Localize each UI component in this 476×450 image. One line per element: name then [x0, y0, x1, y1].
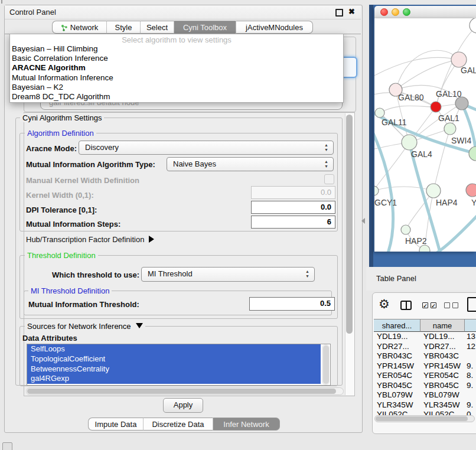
table-panel-title: Table Panel — [376, 267, 416, 291]
column-header[interactable] — [465, 319, 476, 332]
minimize-traffic-icon[interactable] — [392, 8, 399, 16]
network-node[interactable] — [444, 123, 456, 135]
table-cell[interactable]: YPR145W — [423, 361, 461, 371]
table-cell[interactable]: YER054C — [377, 371, 412, 381]
horizontal-scrollbar-thumb[interactable] — [27, 389, 336, 394]
mi-type-combo[interactable]: Naive Bayes ▲▼ — [167, 157, 334, 171]
tab-discretize-data[interactable]: Discretize Data — [143, 418, 213, 431]
close-traffic-icon[interactable] — [380, 8, 388, 16]
network-node[interactable] — [401, 225, 410, 234]
tab-infer-network[interactable]: Infer Network — [213, 418, 280, 431]
tab-jactivemnodules[interactable]: jActiveMNodules — [236, 21, 313, 34]
network-node[interactable] — [466, 184, 476, 197]
table-cell[interactable]: 8. — [467, 371, 473, 381]
attribute-list-item[interactable]: gal4RGexp — [27, 374, 321, 384]
table-hscrollbar-thumb[interactable] — [376, 416, 468, 421]
network-edge[interactable] — [374, 187, 433, 191]
network-edge[interactable] — [374, 110, 476, 154]
table-cell[interactable]: YLR345W — [423, 400, 460, 410]
aracne-mode-combo[interactable]: Discovery ▲▼ — [79, 141, 334, 155]
columns-icon[interactable] — [400, 301, 412, 310]
algorithm-option[interactable]: Bayesian – K2 — [12, 83, 341, 92]
document-icon[interactable] — [467, 297, 476, 312]
attribute-list-scrollbar-thumb[interactable] — [323, 345, 329, 384]
algorithm-option[interactable]: Dream8 DC_TDC Algorithm — [12, 92, 341, 102]
dpi-tolerance-field[interactable]: 0.0 — [251, 201, 335, 214]
tab-cyni-toolbox[interactable]: Cyni Toolbox — [174, 21, 236, 34]
table-cell[interactable]: 9. — [467, 400, 473, 410]
zoom-traffic-icon[interactable] — [403, 8, 410, 16]
select-all-checkbox-icon[interactable]: ✓ — [422, 302, 428, 308]
mi-threshold-field[interactable]: 0.5 — [249, 297, 335, 311]
close-icon[interactable]: ✖ — [348, 7, 355, 16]
attribute-list-item[interactable]: TopologicalCoefficient — [27, 354, 321, 364]
algorithm-option[interactable]: ARACNE Algorithm — [12, 63, 341, 73]
table-cell[interactable]: YBR045C — [423, 381, 459, 391]
algorithm-option[interactable]: Mutual Information Inference — [12, 73, 341, 83]
network-edge[interactable] — [433, 129, 450, 191]
table-cell[interactable]: YDR27... — [423, 342, 456, 352]
algorithm-dropdown-popup: Select algorithm to view settings Bayesi… — [9, 34, 344, 103]
network-node[interactable] — [374, 186, 379, 195]
attribute-list-item[interactable]: BetweennessCentrality — [27, 364, 321, 374]
minimized-panel-icon[interactable] — [2, 442, 12, 450]
mi-steps-field[interactable]: 6 — [251, 216, 335, 229]
float-window-icon[interactable] — [335, 9, 343, 17]
algorithm-option[interactable]: Bayesian – Hill Climbing — [12, 44, 341, 54]
table-cell[interactable]: YDL19... — [377, 332, 408, 342]
network-canvas[interactable]: GALGAL80GAL10GAL11GAL1SWI4GAL4GCY1HAP4YH… — [374, 18, 476, 252]
select-all-checkbox-icon[interactable]: ✓ — [431, 302, 436, 308]
kernel-width-field[interactable]: 0.0 — [251, 186, 335, 199]
tab-label: Style — [115, 23, 132, 32]
table-cell[interactable]: 9. — [467, 361, 473, 371]
network-node[interactable] — [402, 135, 417, 150]
tab-impute-data[interactable]: Impute Data — [88, 418, 143, 431]
which-threshold-combo[interactable]: MI Threshold ▲▼ — [141, 267, 315, 282]
algorithm-option[interactable]: Basic Correlation Inference — [12, 54, 341, 63]
network-window-titlebar[interactable] — [374, 6, 476, 19]
attribute-list-item[interactable]: SelfLoops — [27, 344, 321, 354]
table-cell[interactable]: YBL079W — [423, 390, 459, 400]
column-header[interactable]: shared... — [374, 319, 420, 332]
network-edge[interactable] — [462, 103, 476, 154]
network-node[interactable] — [431, 102, 441, 112]
network-view[interactable]: GALGAL80GAL10GAL11GAL1SWI4GAL4GCY1HAP4YH… — [374, 18, 476, 252]
network-node[interactable] — [419, 245, 430, 252]
table-cell[interactable]: YPR145W — [377, 361, 414, 371]
network-node-label: Y — [471, 198, 476, 207]
tab-style[interactable]: Style — [106, 21, 140, 34]
sources-legend[interactable]: Sources for Network Inference — [25, 322, 145, 331]
tab-label: Impute Data — [95, 420, 137, 429]
network-node[interactable] — [469, 146, 476, 161]
kernel-width-label: Kernel Width (0,1): — [26, 191, 94, 200]
network-node[interactable] — [455, 97, 468, 110]
table-cell[interactable]: YER054C — [423, 371, 459, 381]
splitter-grip-icon[interactable] — [361, 218, 365, 224]
network-node[interactable] — [470, 18, 476, 33]
table-cell[interactable]: YBR043C — [377, 351, 412, 361]
vertical-scrollbar-thumb[interactable] — [346, 115, 353, 334]
table-cell[interactable]: YLR345W — [377, 400, 413, 410]
table-cell[interactable]: 12 — [467, 342, 475, 352]
apply-button[interactable]: Apply — [163, 398, 203, 413]
network-node[interactable] — [426, 184, 441, 198]
hub-definition-toggle[interactable]: Hub/Transcription Factor Definition — [26, 235, 154, 244]
deselect-all-checkbox-icon[interactable] — [452, 302, 458, 308]
tab-select[interactable]: Select — [140, 21, 174, 34]
table-cell[interactable]: 9. — [467, 381, 473, 391]
deselect-all-checkbox-icon[interactable] — [444, 302, 450, 308]
network-node[interactable] — [375, 108, 384, 118]
table-cell[interactable]: YBL079W — [377, 390, 413, 400]
table-cell[interactable]: YDL19... — [423, 332, 455, 342]
tab-network[interactable]: Network — [52, 21, 106, 34]
table-cell[interactable]: YBR045C — [377, 381, 412, 391]
network-edge[interactable] — [374, 57, 459, 77]
network-edge[interactable] — [380, 106, 436, 113]
table-cell[interactable]: 13 — [467, 332, 475, 342]
network-edge[interactable] — [429, 212, 476, 252]
table-cell[interactable]: YDR27... — [377, 342, 409, 352]
column-header[interactable]: name — [420, 319, 465, 332]
table-cell[interactable]: YBR043C — [423, 351, 459, 361]
manual-kernel-checkbox[interactable] — [324, 174, 334, 184]
gear-icon[interactable]: ⚙ — [379, 297, 390, 311]
